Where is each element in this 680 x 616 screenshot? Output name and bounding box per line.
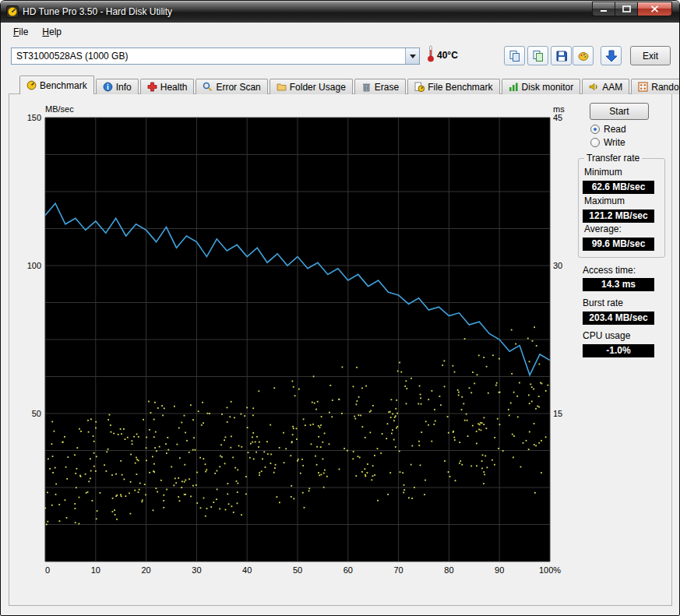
folder-icon	[277, 82, 287, 92]
svg-text:70: 70	[393, 565, 403, 575]
write-radio[interactable]: Write	[590, 137, 625, 148]
read-radio-dot	[590, 125, 600, 134]
close-button[interactable]	[637, 2, 672, 16]
write-radio-dot	[590, 138, 600, 147]
window-controls	[592, 2, 672, 16]
write-radio-label: Write	[604, 137, 625, 148]
tab-aam[interactable]: AAM	[582, 79, 629, 94]
tab-label: Disk monitor	[522, 82, 574, 93]
window-title: HD Tune Pro 3.50 - Hard Disk Utility	[23, 6, 172, 17]
svg-text:100%: 100%	[539, 565, 561, 575]
svg-text:30: 30	[192, 565, 201, 575]
access-time-label: Access time:	[583, 265, 636, 276]
title-bar[interactable]: HD Tune Pro 3.50 - Hard Disk Utility	[1, 1, 679, 23]
maximize-button[interactable]	[615, 2, 637, 16]
read-radio-label: Read	[604, 124, 626, 135]
maximum-label: Maximum	[584, 195, 625, 206]
svg-text:150: 150	[27, 113, 41, 122]
erase-icon	[361, 82, 372, 92]
copy-text-button[interactable]	[504, 46, 525, 65]
aam-icon	[589, 82, 599, 92]
svg-text:20: 20	[141, 565, 150, 575]
svg-text:0: 0	[45, 565, 50, 575]
svg-text:50: 50	[32, 409, 41, 418]
options-button[interactable]	[573, 46, 594, 65]
tab-error-scan[interactable]: Error Scan	[196, 79, 267, 94]
maximum-value: 121.2 MB/sec	[583, 209, 654, 223]
tab-label: Info	[116, 82, 132, 93]
tab-label: Health	[160, 82, 188, 93]
capture-button[interactable]	[601, 46, 622, 65]
tab-label: Error Scan	[216, 82, 260, 93]
palette-icon	[577, 50, 590, 62]
drive-select-value: ST31000528AS (1000 GB)	[12, 51, 405, 62]
exit-button[interactable]: Exit	[630, 46, 671, 65]
transfer-rate-group-title: Transfer rate	[584, 153, 642, 164]
drive-select[interactable]: ST31000528AS (1000 GB)	[11, 48, 420, 65]
temperature-value: 40°C	[437, 50, 458, 61]
error-scan-icon	[203, 82, 213, 92]
temperature-icon	[426, 44, 435, 66]
minimum-value: 62.6 MB/sec	[583, 181, 654, 194]
tab-erase[interactable]: Erase	[354, 79, 406, 94]
tab-info[interactable]: Info	[96, 79, 139, 94]
start-button[interactable]: Start	[590, 103, 649, 120]
tab-label: AAM	[602, 82, 622, 93]
health-icon	[147, 82, 157, 92]
average-value: 99.6 MB/sec	[583, 238, 654, 251]
file-benchmark-icon	[414, 82, 425, 92]
average-label: Average:	[584, 224, 622, 234]
svg-text:100: 100	[27, 261, 41, 270]
menu-file[interactable]: File	[6, 24, 35, 40]
down-arrow-icon	[604, 49, 618, 63]
svg-text:10: 10	[91, 565, 100, 575]
access-time-value: 14.3 ms	[583, 278, 654, 291]
tab-disk-monitor[interactable]: Disk monitor	[502, 79, 581, 94]
app-icon	[6, 5, 19, 18]
menu-bar: File Help	[2, 23, 679, 41]
cpu-usage-label: CPU usage	[583, 330, 630, 341]
svg-text:60: 60	[344, 565, 353, 575]
tab-label: Folder Usage	[290, 82, 346, 93]
copy-image-button[interactable]	[527, 46, 548, 65]
svg-text:45: 45	[553, 113, 562, 122]
cpu-usage-value: -1.0%	[583, 344, 654, 357]
tab-label: Random Access	[651, 82, 680, 93]
svg-text:90: 90	[495, 565, 504, 575]
svg-text:15: 15	[553, 409, 562, 418]
combo-dropdown-arrow-icon[interactable]	[405, 48, 419, 64]
burst-rate-value: 203.4 MB/sec	[583, 312, 654, 325]
benchmark-icon	[26, 80, 37, 90]
tab-label: Erase	[375, 82, 399, 93]
tab-folder-usage[interactable]: Folder Usage	[270, 79, 353, 94]
tab-label: Benchmark	[40, 80, 87, 91]
tab-random-access[interactable]: Random Access	[631, 79, 680, 94]
floppy-icon	[555, 50, 568, 62]
copy-image-icon	[532, 50, 544, 62]
burst-rate-label: Burst rate	[583, 297, 623, 308]
minimum-label: Minimum	[584, 167, 622, 178]
svg-text:50: 50	[293, 565, 302, 575]
random-access-icon	[638, 82, 648, 92]
svg-text:40: 40	[242, 565, 252, 575]
minimize-button[interactable]	[592, 2, 615, 16]
info-icon	[103, 82, 113, 92]
save-button[interactable]	[551, 46, 572, 65]
toolbar: ST31000528AS (1000 GB) 40°C Exit	[2, 41, 679, 74]
copy-pages-icon	[509, 50, 521, 62]
tab-health[interactable]: Health	[140, 79, 195, 94]
disk-monitor-icon	[509, 82, 519, 92]
menu-help[interactable]: Help	[35, 24, 69, 40]
tab-benchmark[interactable]: Benchmark	[19, 76, 94, 94]
app-window: HD Tune Pro 3.50 - Hard Disk Utility Fil…	[0, 0, 680, 616]
benchmark-chart: MB/secms15010050453015010203040506070809…	[16, 98, 571, 583]
tab-strip: BenchmarkInfoHealthError ScanFolder Usag…	[9, 76, 680, 94]
svg-text:30: 30	[553, 261, 562, 270]
tab-file-benchmark[interactable]: File Benchmark	[407, 79, 499, 94]
svg-text:MB/sec: MB/sec	[45, 104, 74, 114]
tab-label: File Benchmark	[428, 82, 492, 93]
svg-text:80: 80	[444, 565, 453, 575]
read-radio[interactable]: Read	[590, 124, 626, 135]
